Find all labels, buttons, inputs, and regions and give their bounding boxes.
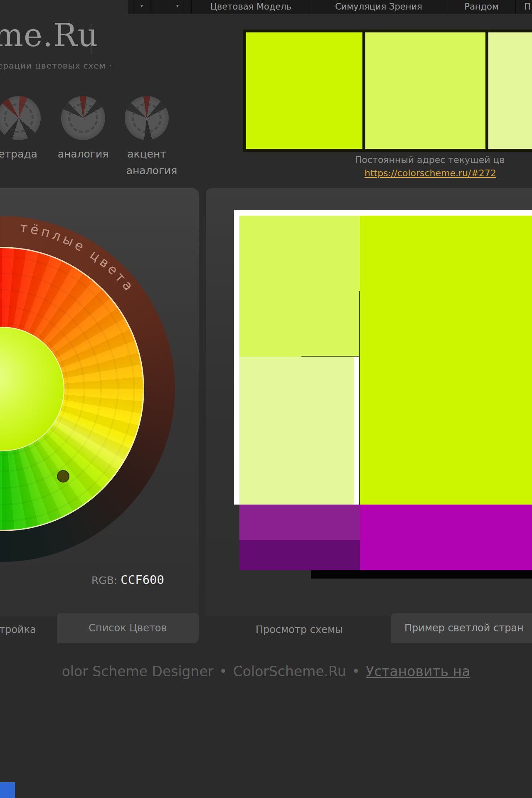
preview-divider-vertical xyxy=(359,291,360,505)
swatch-variant-lighter[interactable] xyxy=(488,32,532,149)
color-wheel-panel: тёплые цвета RGB: CCF600 тройка Список Ц… xyxy=(0,188,199,643)
tab-color-list-label: Список Цветов xyxy=(57,613,199,643)
site-tagline: ерации цветовых схем · xyxy=(0,61,112,71)
chevron-down-icon: ▾ xyxy=(140,3,143,9)
permalink-url-link[interactable]: https://colorscheme.ru/#272 xyxy=(365,168,496,178)
preview-block-main xyxy=(360,216,532,505)
preview-block-left-bottom xyxy=(239,357,354,505)
menu-item-color-model[interactable]: Цветовая Модель xyxy=(191,0,310,14)
scheme-type-analog-icon[interactable] xyxy=(61,96,105,140)
preview-block-purple-main xyxy=(360,505,532,570)
tab-light-page-example[interactable]: Пример светлой стран xyxy=(391,613,532,643)
swatch-variant-light[interactable] xyxy=(365,32,485,149)
menu-item-vision-simulation[interactable]: Симуляция Зрения xyxy=(310,0,447,14)
chevron-down-icon: ▾ xyxy=(176,3,179,9)
page: ▾ ▾ Цветовая Модель Симуляция Зрения Ран… xyxy=(0,0,532,798)
scheme-type-tetrad-label: етрада xyxy=(0,148,41,160)
rgb-label: RGB: xyxy=(91,574,117,586)
menu-item-random[interactable]: Рандом xyxy=(447,0,516,14)
top-menubar: ▾ ▾ Цветовая Модель Симуляция Зрения Ран… xyxy=(128,0,532,14)
permalink-caption: Постоянный адрес текущей цв xyxy=(355,155,505,165)
scheme-type-tetrad-icon[interactable] xyxy=(0,96,41,140)
preview-block-purple-left-top xyxy=(239,505,360,540)
preview-block-left-top xyxy=(239,216,360,357)
scheme-preview-panel: Просмотр схемы Пример светлой стран xyxy=(206,188,532,643)
tab-light-page-example-label: Пример светлой стран xyxy=(391,613,532,643)
footer-install-link[interactable]: Установить на xyxy=(366,663,470,680)
bottom-left-blue-box xyxy=(0,782,15,798)
footer-bullet-1: • xyxy=(219,663,227,680)
site-logo: me.Ru xyxy=(0,17,98,54)
scheme-type-accent-label-1: акцент xyxy=(121,148,173,160)
scheme-swatch-row xyxy=(243,30,532,152)
swatch-primary[interactable] xyxy=(246,32,362,149)
scheme-type-accent-analog-icon[interactable] xyxy=(125,96,169,140)
footer: olor Scheme Designer•ColorScheme.Ru•Уста… xyxy=(0,663,532,680)
tab-color-list[interactable]: Список Цветов xyxy=(57,613,199,643)
scheme-type-analog-label: аналогия xyxy=(56,148,110,160)
wheel-marker-dot[interactable] xyxy=(57,470,69,483)
rgb-readout: RGB: CCF600 xyxy=(91,573,191,587)
preview-block-purple-left-bottom xyxy=(239,540,360,570)
scheme-type-accent-label-2: аналогия xyxy=(123,165,181,177)
footer-text-2: ColorScheme.Ru xyxy=(233,663,346,680)
rgb-value: CCF600 xyxy=(121,573,164,587)
menu-item-cutoff[interactable]: П xyxy=(515,0,532,14)
logo-caret xyxy=(91,24,91,54)
preview-panel-tab-row: Просмотр схемы Пример светлой стран xyxy=(206,616,532,643)
wheel-panel-tab-row: тройка Список Цветов xyxy=(0,616,199,643)
preview-shadow-strip xyxy=(311,570,532,579)
footer-bullet-2: • xyxy=(352,663,360,680)
stepper-button-1[interactable]: ▾ xyxy=(133,0,150,14)
footer-text-1: olor Scheme Designer xyxy=(62,663,214,680)
tab-settings[interactable]: тройка xyxy=(0,616,36,643)
tab-scheme-view[interactable]: Просмотр схемы xyxy=(231,616,368,643)
preview-divider-horizontal xyxy=(301,356,360,357)
stepper-button-2[interactable]: ▾ xyxy=(169,0,186,14)
